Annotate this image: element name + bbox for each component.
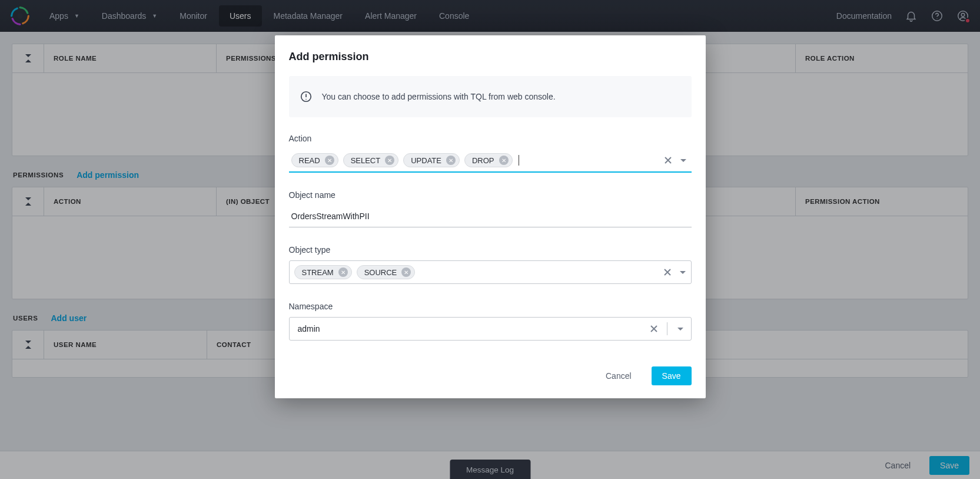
clear-icon[interactable]: [646, 321, 662, 337]
namespace-combo[interactable]: admin: [289, 317, 692, 341]
chip-source: SOURCE ✕: [357, 265, 416, 279]
modal-cancel-button[interactable]: Cancel: [595, 366, 642, 385]
chip-label: UPDATE: [411, 156, 441, 165]
dropdown-icon[interactable]: [679, 156, 688, 165]
object-name-field: Object name: [289, 190, 692, 227]
object-type-field: Object type STREAM ✕ SOURCE ✕: [289, 245, 692, 284]
dropdown-icon[interactable]: [678, 267, 687, 277]
info-notice: You can choose to add permissions with T…: [289, 76, 692, 117]
clear-icon[interactable]: [663, 156, 673, 165]
action-multiselect[interactable]: READ ✕ SELECT ✕ UPDATE ✕ DROP ✕: [289, 149, 692, 173]
chip-remove-icon[interactable]: ✕: [338, 267, 348, 277]
clear-icon[interactable]: [663, 267, 672, 277]
text-caret: [519, 155, 519, 166]
action-label: Action: [289, 134, 692, 143]
notice-text: You can choose to add permissions with T…: [322, 92, 556, 101]
action-input[interactable]: [524, 153, 672, 167]
modal-backdrop[interactable]: Add permission You can choose to add per…: [0, 0, 980, 479]
chip-label: READ: [299, 156, 320, 165]
namespace-field: Namespace admin: [289, 302, 692, 341]
chip-remove-icon[interactable]: ✕: [385, 156, 394, 165]
object-name-label: Object name: [289, 190, 692, 200]
object-name-input[interactable]: [289, 206, 692, 227]
namespace-label: Namespace: [289, 302, 692, 311]
object-type-multiselect[interactable]: STREAM ✕ SOURCE ✕: [289, 260, 692, 284]
chip-label: SELECT: [351, 156, 381, 165]
modal-title: Add permission: [289, 51, 692, 63]
modal-save-button[interactable]: Save: [652, 366, 692, 385]
chip-label: DROP: [472, 156, 494, 165]
modal-actions: Cancel Save: [289, 366, 692, 385]
object-type-label: Object type: [289, 245, 692, 255]
chip-remove-icon[interactable]: ✕: [499, 156, 509, 165]
info-icon: [300, 90, 313, 103]
chip-update: UPDATE ✕: [403, 153, 460, 167]
chip-select: SELECT ✕: [343, 153, 399, 167]
chip-label: SOURCE: [364, 268, 397, 277]
chip-remove-icon[interactable]: ✕: [325, 156, 334, 165]
add-permission-modal: Add permission You can choose to add per…: [275, 35, 706, 398]
chip-label: STREAM: [302, 268, 334, 277]
action-field: Action READ ✕ SELECT ✕ UPDATE ✕ DROP ✕: [289, 134, 692, 173]
namespace-value: admin: [298, 324, 641, 333]
object-type-input[interactable]: [420, 265, 669, 279]
chip-read: READ ✕: [291, 153, 338, 167]
chip-drop: DROP ✕: [464, 153, 513, 167]
divider: [667, 322, 667, 335]
dropdown-icon[interactable]: [672, 321, 689, 337]
chip-stream: STREAM ✕: [294, 265, 352, 279]
chip-remove-icon[interactable]: ✕: [401, 267, 411, 277]
svg-point-7: [305, 99, 306, 100]
chip-remove-icon[interactable]: ✕: [446, 156, 456, 165]
